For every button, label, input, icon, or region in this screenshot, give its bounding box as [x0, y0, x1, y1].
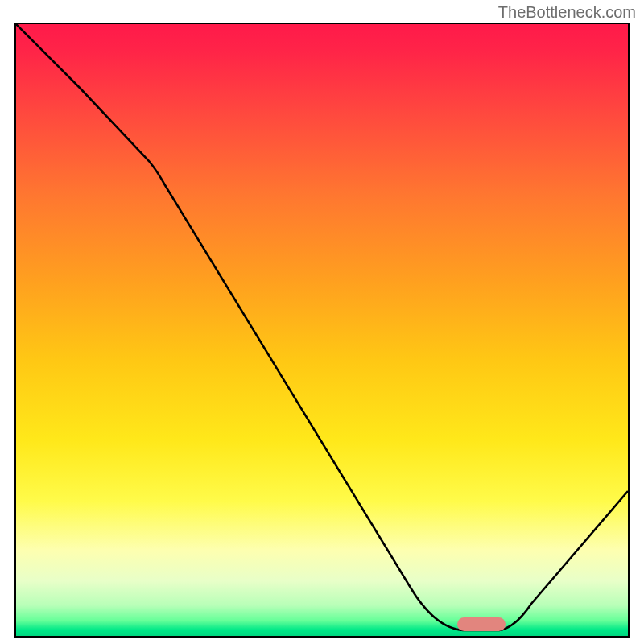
chart-plot-area: [14, 23, 630, 638]
curve-path: [16, 24, 628, 630]
bottleneck-curve: [16, 24, 628, 636]
optimal-range-marker: [457, 617, 506, 631]
watermark-text: TheBottleneck.com: [498, 3, 636, 22]
